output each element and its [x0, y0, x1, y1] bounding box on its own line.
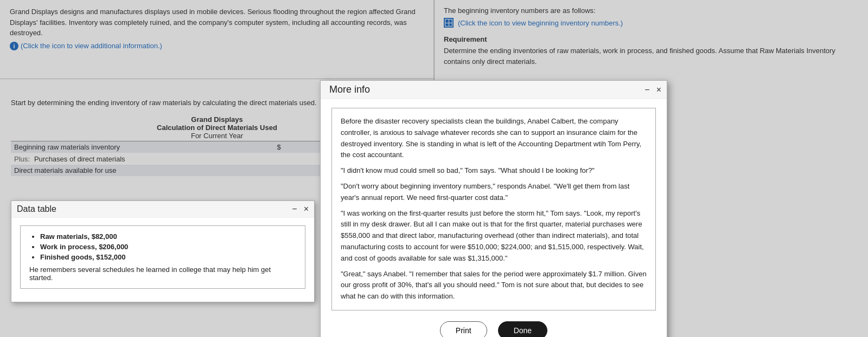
done-button[interactable]: Done — [498, 321, 547, 337]
data-table-title: Data table — [17, 204, 56, 214]
item-2-text: Work in process, $206,000 — [40, 243, 128, 251]
item-1-text: Raw materials, $82,000 — [40, 232, 117, 241]
data-table-titlebar: Data table − × — [11, 201, 314, 218]
more-info-para-4: "I was working on the first-quarter resu… — [341, 208, 647, 264]
data-table-close[interactable]: × — [304, 205, 309, 213]
more-info-popup: More info − × Before the disaster recove… — [320, 80, 667, 337]
data-table-body: Raw materials, $82,000 Work in process, … — [11, 218, 314, 302]
list-item: Raw materials, $82,000 — [40, 232, 296, 241]
list-item: Finished goods, $152,000 — [40, 253, 296, 261]
more-info-para-1: Before the disaster recovery specialists… — [341, 116, 647, 161]
more-info-minimize[interactable]: − — [644, 86, 649, 94]
more-info-para-2: "I didn't know mud could smell so bad," … — [341, 165, 647, 177]
data-table-inner-box: Raw materials, $82,000 Work in process, … — [20, 225, 305, 289]
more-info-footer: Print Done — [331, 321, 656, 337]
data-table-controls[interactable]: − × — [292, 205, 309, 213]
list-item: Work in process, $206,000 — [40, 243, 296, 251]
print-button[interactable]: Print — [440, 321, 487, 337]
data-table-minimize[interactable]: − — [292, 205, 297, 213]
more-info-title: More info — [326, 84, 370, 95]
more-info-titlebar: More info − × — [321, 81, 667, 99]
more-info-close[interactable]: × — [656, 86, 661, 94]
more-info-para-3: "Don't worry about beginning inventory n… — [341, 181, 647, 204]
data-table-list: Raw materials, $82,000 Work in process, … — [29, 232, 296, 261]
more-info-para-5: "Great," says Anabel. "I remember that s… — [341, 269, 647, 302]
more-info-inner-box: Before the disaster recovery specialists… — [331, 108, 656, 310]
more-info-body: Before the disaster recovery specialists… — [321, 99, 667, 337]
item-3-text: Finished goods, $152,000 — [40, 253, 126, 261]
more-info-controls[interactable]: − × — [644, 86, 661, 94]
data-table-popup: Data table − × Raw materials, $82,000 Wo… — [11, 200, 315, 302]
data-table-description: He remembers several schedules he learne… — [29, 265, 296, 282]
